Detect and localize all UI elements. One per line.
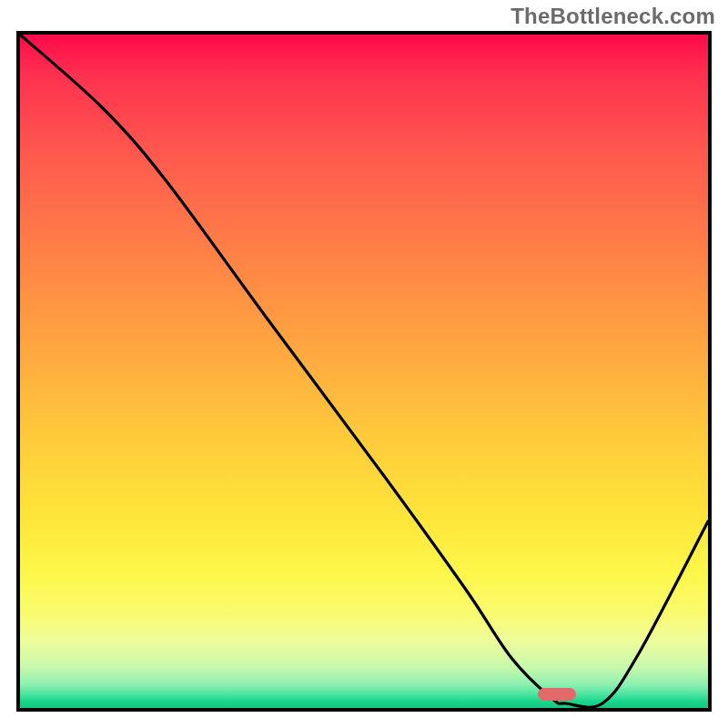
watermark-text: TheBottleneck.com (511, 4, 715, 29)
plot-frame (16, 31, 712, 712)
curve-path (20, 35, 708, 707)
optimal-marker (538, 688, 576, 701)
chart-container: TheBottleneck.com (0, 0, 728, 728)
bottleneck-curve (20, 35, 708, 708)
